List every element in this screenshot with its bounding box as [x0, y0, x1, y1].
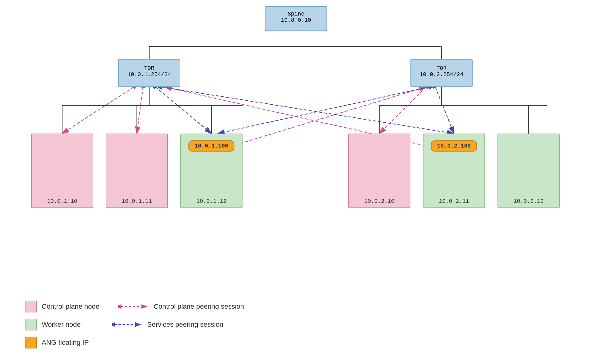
floating-ip-2: 10.0.2.100 — [431, 140, 477, 152]
node-5-ip: 10.0.2.11 — [439, 198, 469, 204]
legend: Control plane node Control plane peering… — [12, 291, 308, 358]
node-4-control: 10.0.2.10 — [348, 134, 410, 208]
legend-floating-ip-box — [25, 337, 37, 348]
node-3-ip: 10.0.1.12 — [196, 198, 226, 204]
node-3-worker: 10.0.1.100 10.0.1.12 — [180, 134, 243, 208]
spine-ip: 10.8.0.10 — [281, 17, 311, 23]
legend-purple-arrow-svg — [112, 321, 143, 328]
legend-floating-ip-label: ANG floating IP — [42, 339, 89, 347]
node-2-control: 10.0.1.11 — [106, 134, 168, 208]
floating-ip-1: 10.0.1.100 — [188, 140, 234, 152]
legend-worker-box — [25, 319, 37, 330]
diagram-container: Spine 10.8.0.10 TOR 10.0.1.254/24 TOR 10… — [0, 0, 592, 364]
legend-services-peering-label: Services peering session — [147, 321, 224, 329]
svg-line-23 — [155, 87, 211, 134]
node-6-worker: 10.0.2.12 — [497, 134, 560, 208]
svg-line-26 — [435, 87, 454, 134]
svg-line-24 — [162, 87, 454, 134]
spine-label: Spine — [288, 11, 304, 17]
tor-left-node: TOR 10.0.1.254/24 — [118, 59, 180, 87]
spine-node: Spine 10.8.0.10 — [265, 6, 327, 31]
node-5-worker: 10.0.2.100 10.0.2.11 — [423, 134, 485, 208]
legend-pink-arrow-svg — [118, 303, 149, 310]
tor-right-label: TOR — [437, 65, 446, 71]
svg-line-25 — [218, 87, 429, 134]
node-6-ip: 10.0.2.12 — [513, 198, 543, 204]
node-2-ip: 10.0.1.11 — [122, 198, 152, 204]
node-1-ip: 10.0.1.10 — [47, 198, 77, 204]
tor-left-label: TOR — [144, 65, 154, 71]
svg-line-18 — [62, 87, 134, 134]
legend-control-box — [25, 301, 37, 312]
legend-control-peering-label: Control plane peering session — [154, 303, 244, 311]
tor-right-ip: 10.0.2.254/24 — [420, 71, 463, 78]
svg-line-22 — [379, 87, 426, 134]
legend-control-label: Control plane node — [42, 303, 99, 311]
tor-left-ip: 10.0.1.254/24 — [127, 71, 171, 78]
tor-right-node: TOR 10.0.2.254/24 — [410, 59, 473, 87]
node-4-ip: 10.0.2.10 — [364, 198, 394, 204]
node-1-control: 10.0.1.10 — [31, 134, 93, 208]
svg-line-19 — [137, 87, 143, 134]
legend-worker-label: Worker node — [42, 321, 81, 329]
